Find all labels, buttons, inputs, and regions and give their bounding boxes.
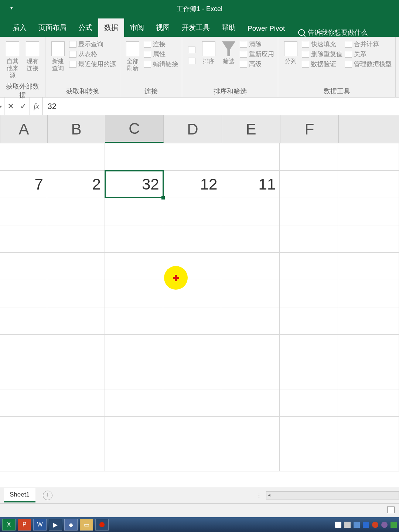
cell-B10[interactable] — [47, 389, 105, 416]
cell-C12[interactable] — [105, 444, 163, 471]
sort-az-button[interactable] — [186, 40, 198, 85]
cell-A6[interactable] — [0, 280, 47, 307]
cell-C1[interactable] — [105, 143, 163, 170]
cell-E7[interactable] — [221, 307, 280, 334]
tray-icon[interactable] — [381, 522, 388, 528]
spreadsheet-grid[interactable]: 72321211 — [0, 143, 399, 487]
cell-D7[interactable] — [163, 307, 222, 334]
flash-fill-button[interactable]: 快速填充 — [302, 40, 342, 48]
tab-view[interactable]: 视图 — [150, 18, 176, 37]
consolidate-button[interactable]: 合并计算 — [345, 40, 392, 48]
cell-F10[interactable] — [280, 389, 338, 416]
taskbar-powerpoint-icon[interactable]: P — [18, 519, 31, 531]
cell-E12[interactable] — [221, 444, 280, 471]
cell-D11[interactable] — [163, 417, 222, 444]
cell-E3[interactable] — [221, 198, 280, 225]
tab-review[interactable]: 审阅 — [124, 18, 150, 37]
column-header-A[interactable]: A — [0, 115, 48, 143]
column-header-F[interactable]: F — [280, 115, 339, 143]
cell-E9[interactable] — [221, 362, 280, 389]
horizontal-scrollbar[interactable]: ◄ — [266, 491, 399, 499]
tab-insert[interactable]: 插入 — [7, 18, 33, 37]
cell-E2[interactable]: 11 — [221, 171, 280, 198]
manage-data-model-button[interactable]: 管理数据模型 — [345, 60, 392, 68]
cell-tail-6[interactable] — [338, 280, 399, 307]
tab-powerpivot[interactable]: Power Pivot — [242, 20, 291, 37]
cell-F11[interactable] — [280, 417, 338, 444]
cell-A7[interactable] — [0, 307, 47, 334]
cell-A5[interactable] — [0, 253, 47, 280]
cell-A12[interactable] — [0, 444, 47, 471]
normal-view-icon[interactable] — [387, 507, 395, 513]
tray-bluetooth-icon[interactable] — [363, 522, 369, 528]
cell-tail-7[interactable] — [338, 307, 399, 334]
cell-tail-5[interactable] — [338, 253, 399, 280]
from-other-sources-button[interactable]: 自其他来源 — [4, 40, 21, 81]
cell-F6[interactable] — [280, 280, 338, 307]
properties-button[interactable]: 属性 — [144, 50, 178, 58]
column-header-E[interactable]: E — [222, 115, 280, 143]
tell-me-search[interactable]: 告诉我你想要做什么 — [298, 28, 368, 37]
tab-help[interactable]: 帮助 — [216, 18, 242, 37]
cell-B3[interactable] — [47, 198, 105, 225]
cell-D12[interactable] — [163, 444, 222, 471]
tab-formulas[interactable]: 公式 — [72, 18, 98, 37]
cell-B5[interactable] — [47, 253, 105, 280]
sheet-tab[interactable]: Sheet1 — [4, 488, 35, 502]
cell-F3[interactable] — [280, 198, 338, 225]
filter-button[interactable]: 筛选 — [220, 40, 238, 85]
cell-B12[interactable] — [47, 444, 105, 471]
cell-A1[interactable] — [0, 143, 47, 170]
cell-tail-8[interactable] — [338, 335, 399, 362]
cell-B9[interactable] — [47, 362, 105, 389]
recent-sources-button[interactable]: 最近使用的源 — [69, 60, 116, 68]
cell-B4[interactable] — [47, 225, 105, 252]
cell-C11[interactable] — [105, 417, 163, 444]
taskbar-excel-icon[interactable]: X — [2, 519, 16, 531]
existing-connections-button[interactable]: 现有连接 — [24, 40, 41, 81]
new-query-button[interactable]: 新建 查询 — [49, 40, 67, 85]
column-header-C[interactable]: C — [105, 115, 164, 143]
cell-C8[interactable] — [105, 335, 163, 362]
connections-button[interactable]: 连接 — [144, 40, 178, 48]
cell-B1[interactable] — [47, 143, 105, 170]
cell-D3[interactable] — [163, 198, 222, 225]
cell-F8[interactable] — [280, 335, 338, 362]
cell-B7[interactable] — [47, 307, 105, 334]
tray-icon[interactable] — [335, 522, 341, 528]
cell-F12[interactable] — [280, 444, 338, 471]
cell-D9[interactable] — [163, 362, 222, 389]
remove-duplicates-button[interactable]: 删除重复值 — [302, 50, 342, 58]
clear-filter-button[interactable]: 清除 — [240, 40, 274, 48]
cell-A9[interactable] — [0, 362, 47, 389]
tab-page-layout[interactable]: 页面布局 — [33, 18, 72, 37]
cell-A11[interactable] — [0, 417, 47, 444]
cell-A2[interactable]: 7 — [0, 171, 47, 198]
taskbar-recorder-icon[interactable] — [95, 519, 109, 531]
cell-tail-2[interactable] — [338, 171, 399, 198]
cell-A3[interactable] — [0, 198, 47, 225]
cell-D10[interactable] — [163, 389, 222, 416]
show-queries-button[interactable]: 显示查询 — [69, 40, 116, 48]
cell-A4[interactable] — [0, 225, 47, 252]
cell-E6[interactable] — [221, 280, 280, 307]
cell-tail-10[interactable] — [338, 389, 399, 416]
tab-developer[interactable]: 开发工具 — [176, 18, 216, 37]
cell-tail-11[interactable] — [338, 417, 399, 444]
cell-tail-3[interactable] — [338, 198, 399, 225]
cell-C6[interactable] — [105, 280, 163, 307]
cell-C2[interactable]: 32 — [105, 171, 163, 198]
cell-E5[interactable] — [221, 253, 280, 280]
cell-C4[interactable] — [105, 225, 163, 252]
taskbar-explorer-icon[interactable]: ▭ — [80, 519, 93, 531]
cell-B6[interactable] — [47, 280, 105, 307]
cell-tail-9[interactable] — [338, 362, 399, 389]
cell-C9[interactable] — [105, 362, 163, 389]
taskbar-app-icon[interactable]: ◆ — [64, 519, 78, 531]
cell-F9[interactable] — [280, 362, 338, 389]
cell-F2[interactable] — [280, 171, 338, 198]
cell-C3[interactable] — [105, 198, 163, 225]
cell-D8[interactable] — [163, 335, 222, 362]
relationships-button[interactable]: 关系 — [345, 50, 392, 58]
from-table-button[interactable]: 从表格 — [69, 50, 116, 58]
